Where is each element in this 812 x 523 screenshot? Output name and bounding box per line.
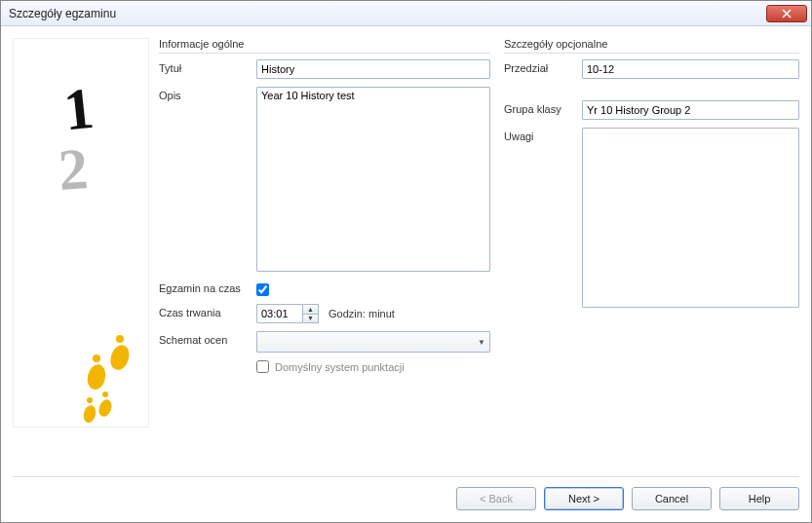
duration-label: Czas trwania <box>159 304 249 318</box>
range-label: Przedział <box>504 59 574 74</box>
legend-general: Informacje ogólne <box>159 38 490 54</box>
close-button[interactable] <box>766 5 807 22</box>
back-button[interactable]: < Back <box>456 487 536 510</box>
chevron-down-icon: ▼ <box>478 338 485 347</box>
title-input[interactable] <box>256 59 490 79</box>
scheme-select[interactable]: ▼ <box>256 331 490 353</box>
footer-buttons: < Back Next > Cancel Help <box>13 476 799 522</box>
help-button[interactable]: Help <box>719 487 799 510</box>
close-icon <box>782 9 792 19</box>
legend-optional: Szczegóły opcjonalne <box>504 38 799 54</box>
dialog-title: Szczegóły egzaminu <box>9 7 766 20</box>
scheme-label: Schemat ocen <box>159 331 249 346</box>
next-button[interactable]: Next > <box>544 487 624 510</box>
fieldset-optional: Szczegóły opcjonalne Przedział Grupa kla… <box>504 38 799 468</box>
description-input[interactable]: Year 10 History test <box>256 87 490 272</box>
default-scoring-checkbox[interactable] <box>256 360 269 373</box>
step-1-glyph: 1 <box>60 75 97 145</box>
timed-exam-checkbox[interactable] <box>256 283 269 296</box>
titlebar: Szczegóły egzaminu <box>1 1 811 26</box>
notes-label: Uwagi <box>504 128 574 142</box>
content-area: 1 2 Informacje ogólne Tytuł <box>1 26 811 472</box>
description-label: Opis <box>159 87 249 101</box>
fieldset-general: Informacje ogólne Tytuł Opis Year 10 His… <box>159 38 490 468</box>
spinner-down-button[interactable]: ▼ <box>303 315 318 323</box>
group-input[interactable] <box>582 100 799 120</box>
title-label: Tytuł <box>159 59 249 74</box>
duration-spinner: ▲ ▼ <box>303 304 319 323</box>
cancel-button[interactable]: Cancel <box>632 487 712 510</box>
range-input[interactable] <box>582 59 799 79</box>
main-form-area: Informacje ogólne Tytuł Opis Year 10 His… <box>159 38 799 468</box>
duration-unit-label: Godzin: minut <box>329 308 395 319</box>
wizard-sidebar-image: 1 2 <box>13 38 149 428</box>
default-scoring-row: Domyślny system punktacji <box>159 360 490 373</box>
group-label: Grupa klasy <box>504 100 574 115</box>
duration-control: ▲ ▼ Godzin: minut <box>256 304 395 323</box>
step-2-glyph: 2 <box>57 135 91 205</box>
notes-input[interactable] <box>582 128 799 308</box>
dialog-window: Szczegóły egzaminu 1 2 Informacje ogólne <box>0 0 812 523</box>
spinner-up-button[interactable]: ▲ <box>303 305 318 315</box>
default-scoring-label: Domyślny system punktacji <box>275 361 405 373</box>
duration-input[interactable] <box>256 304 303 323</box>
timed-exam-label: Egzamin na czas <box>159 280 249 294</box>
